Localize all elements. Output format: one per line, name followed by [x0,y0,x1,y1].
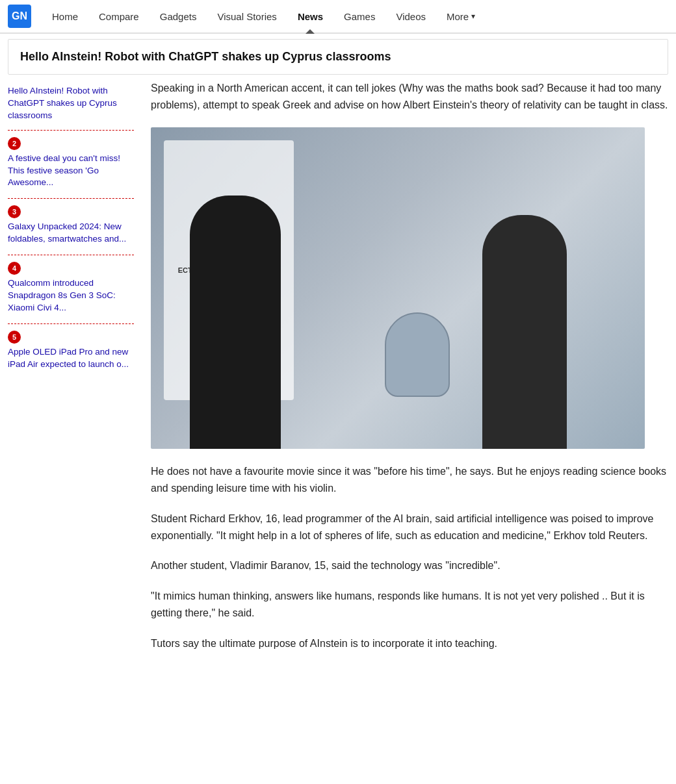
article-content: Speaking in a North American accent, it … [144,80,668,665]
sidebar-divider-4 [8,323,134,324]
sidebar-numbered-item-2: 2 A festive deal you can't miss! This fe… [8,133,134,196]
sidebar-divider-1 [8,130,134,131]
article-para-6: Tutors say the ultimate purpose of AInst… [151,635,668,652]
sidebar-numbered-item-4: 4 Qualcomm introduced Snapdragon 8s Gen … [8,258,134,321]
figure-right-silhouette [482,215,567,449]
sidebar-badge-4: 4 [8,262,21,275]
article-para-5: "It mimics human thinking, answers like … [151,588,668,622]
nav-news[interactable]: News [287,0,333,32]
site-header: GN Home Compare Gadgets Visual Stories N… [0,0,676,34]
robot-silhouette [385,312,450,397]
main-layout: Hello AInstein! Robot with ChatGPT shake… [8,80,668,665]
sidebar-link-4[interactable]: Qualcomm introduced Snapdragon 8s Gen 3 … [8,277,134,314]
nav-visual-stories[interactable]: Visual Stories [207,0,287,32]
sidebar-badge-3: 3 [8,205,21,218]
article-body: Speaking in a North American accent, it … [151,80,668,652]
nav-more[interactable]: More ▾ [436,0,486,32]
sidebar-badge-2: 2 [8,137,21,150]
article-image: ECT AINSTEIN ROBOT BRAIN [151,127,645,449]
sidebar-link-5[interactable]: Apple OLED iPad Pro and new iPad Air exp… [8,346,134,371]
article-para-4: Another student, Vladimir Baranov, 15, s… [151,557,668,574]
nav-home[interactable]: Home [42,0,88,32]
article-para-1: Speaking in a North American accent, it … [151,80,668,114]
sidebar-divider-2 [8,198,134,199]
sidebar-badge-5: 5 [8,331,21,344]
nav-games[interactable]: Games [333,0,385,32]
article-para-3: Student Richard Erkhov, 16, lead program… [151,511,668,545]
nav-videos[interactable]: Videos [385,0,436,32]
article-para-2: He does not have a favourite movie since… [151,463,668,498]
article-title-text: Hello AInstein! Robot with ChatGPT shake… [20,50,391,63]
sidebar-item-1[interactable]: Hello AInstein! Robot with ChatGPT shake… [8,80,134,127]
main-nav: Home Compare Gadgets Visual Stories News… [42,0,486,32]
sidebar: Hello AInstein! Robot with ChatGPT shake… [8,80,144,665]
sidebar-divider-3 [8,255,134,255]
nav-gadgets[interactable]: Gadgets [150,0,207,32]
chevron-down-icon: ▾ [471,12,475,21]
sidebar-link-2[interactable]: A festive deal you can't miss! This fest… [8,153,134,190]
site-logo[interactable]: GN [8,5,31,28]
article-title-bar: Hello AInstein! Robot with ChatGPT shake… [8,39,668,75]
figure-left-silhouette [190,196,281,449]
sidebar-link-3[interactable]: Galaxy Unpacked 2024: New foldables, sma… [8,221,134,246]
sidebar-item-1-title: Hello AInstein! Robot with ChatGPT shake… [8,86,117,120]
nav-compare[interactable]: Compare [88,0,150,32]
sidebar-numbered-item-3: 3 Galaxy Unpacked 2024: New foldables, s… [8,201,134,252]
sidebar-numbered-item-5: 5 Apple OLED iPad Pro and new iPad Air e… [8,327,134,377]
